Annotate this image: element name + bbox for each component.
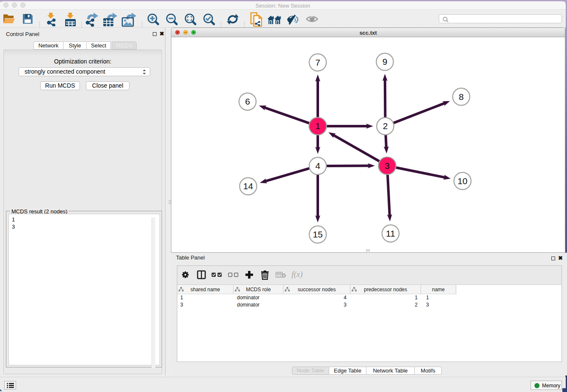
svg-text:9: 9 [383, 57, 388, 66]
svg-text:3: 3 [385, 161, 390, 171]
svg-text:11: 11 [386, 229, 395, 238]
svg-text:15: 15 [313, 229, 322, 239]
svg-text:6: 6 [245, 97, 250, 106]
svg-text:1: 1 [315, 121, 320, 131]
svg-text:2: 2 [383, 121, 388, 131]
svg-text:14: 14 [243, 181, 253, 191]
svg-text:7: 7 [315, 58, 320, 67]
svg-text:4: 4 [315, 161, 320, 171]
svg-text:8: 8 [459, 92, 464, 102]
svg-text:10: 10 [457, 176, 467, 186]
